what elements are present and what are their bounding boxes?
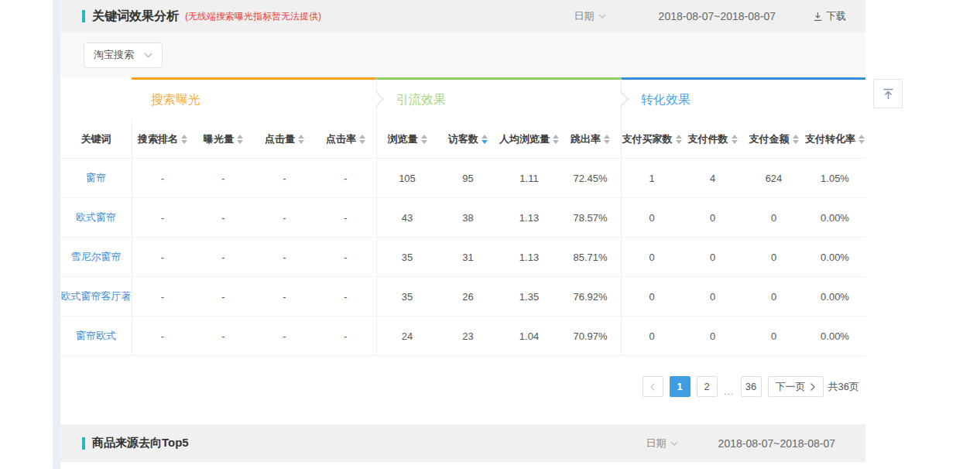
section-gap <box>60 418 865 424</box>
column-header-clicks[interactable]: 点击量 <box>254 120 315 158</box>
cell-bounce-rate: 70.97% <box>560 317 621 355</box>
date-dropdown[interactable]: 日期 <box>574 9 606 23</box>
group-label: 引流效果 <box>396 92 446 108</box>
cell-ctr: - <box>315 238 376 276</box>
cell-clicks: - <box>254 238 315 276</box>
cell-paying-buyers: 0 <box>621 198 682 237</box>
cell-visitors: 26 <box>437 277 499 316</box>
cell-paid-amount: 0 <box>743 277 804 316</box>
chevron-left-icon <box>649 382 656 392</box>
cell-impressions: - <box>193 277 254 316</box>
cell-paid-items: 0 <box>682 198 743 237</box>
pagination-ellipsis: ... <box>724 376 735 397</box>
column-header-paying-buyers[interactable]: 支付买家数 <box>621 120 682 158</box>
download-icon <box>813 12 823 22</box>
sort-icon <box>858 135 865 144</box>
column-header-conversion-rate[interactable]: 支付转化率 <box>804 120 865 158</box>
sort-icon <box>237 135 243 144</box>
cell-search-rank: - <box>132 277 193 316</box>
keyword-link[interactable]: 欧式窗帘 <box>60 198 132 237</box>
channel-select[interactable]: 淘宝搜索 <box>84 43 163 68</box>
download-button[interactable]: 下载 <box>813 9 846 23</box>
chevron-down-icon <box>144 53 152 58</box>
column-header-visitors[interactable]: 访客数 <box>437 120 499 158</box>
cell-paid-amount: 0 <box>743 317 804 355</box>
table-group-header-row: 搜索曝光 引流效果 转化效果 <box>60 77 865 120</box>
column-header-pageviews[interactable]: 浏览量 <box>376 120 437 158</box>
table-row: 欧式窗帘客厅著 - - - - 35 26 1.35 76.92% 0 0 0 … <box>60 277 865 317</box>
page-button-36[interactable]: 36 <box>741 376 762 397</box>
column-header-impressions[interactable]: 曝光量 <box>193 120 254 158</box>
cell-paid-items: 0 <box>682 317 743 355</box>
group-search-exposure: 搜索曝光 <box>132 77 376 120</box>
page-title: 关键词效果分析 <box>92 9 179 25</box>
column-header-paid-items[interactable]: 支付件数 <box>682 120 743 158</box>
keyword-link[interactable]: 雪尼尔窗帘 <box>60 238 132 276</box>
cell-pv-per-visitor: 1.13 <box>499 238 560 276</box>
sort-icon <box>553 135 559 144</box>
pagination: 1 2 ... 36 下一页 共36页 <box>60 356 865 418</box>
cell-impressions: - <box>193 317 254 355</box>
sort-icon <box>421 135 427 144</box>
sort-icon <box>793 135 799 144</box>
column-header-pv-per-visitor[interactable]: 人均浏览量 <box>499 120 560 158</box>
date-dropdown[interactable]: 日期 <box>646 436 678 450</box>
cell-search-rank: - <box>132 198 193 237</box>
date-dropdown-label: 日期 <box>574 9 595 23</box>
cell-paid-amount: 0 <box>743 238 804 276</box>
cell-bounce-rate: 76.92% <box>560 277 621 316</box>
group-conversion-effect: 转化效果 <box>621 77 865 120</box>
prev-page-button[interactable] <box>642 376 663 397</box>
keyword-link[interactable]: 窗帘欧式 <box>60 317 132 355</box>
cell-visitors: 95 <box>437 159 499 197</box>
cell-pageviews: 24 <box>376 317 437 355</box>
sort-icon-active <box>481 135 488 144</box>
table-row: 窗帘欧式 - - - - 24 23 1.04 70.97% 0 0 0 0.0… <box>60 317 865 356</box>
column-header-paid-amount[interactable]: 支付金额 <box>743 120 804 158</box>
cell-paid-amount: 0 <box>743 198 804 237</box>
cell-bounce-rate: 72.45% <box>560 159 621 197</box>
cell-pageviews: 35 <box>376 277 437 316</box>
cell-pv-per-visitor: 1.13 <box>499 198 560 237</box>
sort-icon <box>604 135 610 144</box>
cell-visitors: 31 <box>437 238 499 276</box>
download-label: 下载 <box>826 9 846 23</box>
chevron-down-icon <box>670 441 678 446</box>
page-button-2[interactable]: 2 <box>697 376 718 397</box>
cell-search-rank: - <box>132 159 193 197</box>
sort-icon <box>676 135 682 144</box>
cell-clicks: - <box>254 317 315 355</box>
next-page-label: 下一页 <box>776 380 806 394</box>
cell-visitors: 23 <box>437 317 499 355</box>
cell-pageviews: 43 <box>376 198 437 237</box>
sort-icon <box>181 135 187 144</box>
cell-impressions: - <box>193 159 254 197</box>
cell-pageviews: 105 <box>376 159 437 197</box>
main-content: 关键词效果分析 (无线端搜索曝光指标暂无法提供) 日期 2018-08-07~2… <box>60 0 865 462</box>
cell-paying-buyers: 0 <box>621 238 682 276</box>
product-source-header: 商品来源去向Top5 日期 2018-08-07~2018-08-07 <box>60 424 865 462</box>
column-header-search-rank[interactable]: 搜索排名 <box>132 120 193 158</box>
title-wrap: 关键词效果分析 (无线端搜索曝光指标暂无法提供) <box>82 9 321 25</box>
cell-bounce-rate: 85.71% <box>560 238 621 276</box>
cell-conversion-rate: 0.00% <box>804 277 865 316</box>
header-controls: 日期 2018-08-07~2018-08-07 下载 <box>574 9 846 23</box>
back-to-top-icon <box>881 87 896 101</box>
column-header-bounce-rate[interactable]: 跳出率 <box>560 120 621 158</box>
keyword-link[interactable]: 欧式窗帘客厅著 <box>60 277 132 316</box>
next-page-button[interactable]: 下一页 <box>768 376 824 397</box>
sort-icon <box>298 135 304 144</box>
page-button-1[interactable]: 1 <box>670 376 690 397</box>
cell-search-rank: - <box>132 238 193 276</box>
back-to-top-button[interactable] <box>873 79 903 108</box>
header-controls: 日期 2018-08-07~2018-08-07 <box>646 436 846 450</box>
cell-visitors: 38 <box>437 198 499 237</box>
cell-impressions: - <box>193 238 254 276</box>
date-range-value: 2018-08-07~2018-08-07 <box>659 10 776 22</box>
group-traffic-effect: 引流效果 <box>376 77 621 120</box>
page: 关键词效果分析 (无线端搜索曝光指标暂无法提供) 日期 2018-08-07~2… <box>0 0 980 469</box>
keyword-link[interactable]: 窗帘 <box>60 159 132 197</box>
group-label: 转化效果 <box>641 92 690 108</box>
column-header-ctr[interactable]: 点击率 <box>315 120 376 158</box>
table-row: 欧式窗帘 - - - - 43 38 1.13 78.57% 0 0 0 0.0… <box>60 198 865 238</box>
